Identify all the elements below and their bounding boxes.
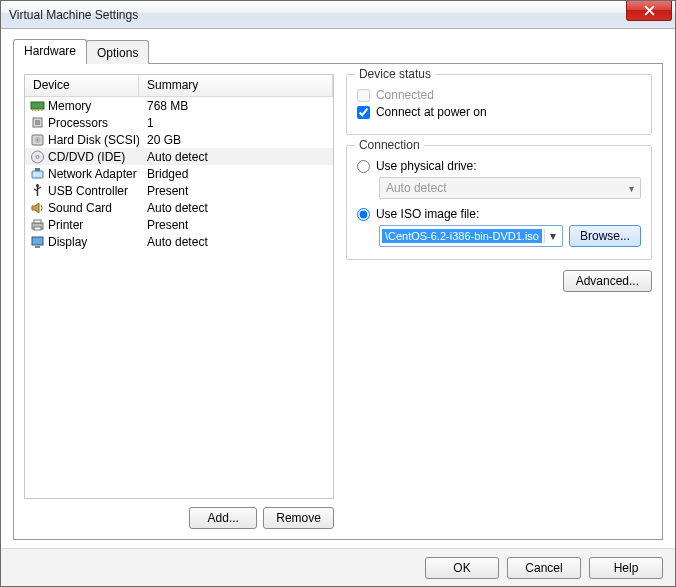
sound-icon [29, 200, 45, 216]
memory-icon [29, 98, 45, 114]
device-row-display[interactable]: DisplayAuto detect [25, 233, 333, 250]
svg-point-11 [36, 156, 39, 159]
cd-icon [29, 149, 45, 165]
device-name: Sound Card [48, 201, 139, 215]
connected-checkbox [357, 89, 370, 102]
vm-settings-window: Virtual Machine Settings Hardware Option… [0, 0, 676, 587]
device-summary: Present [139, 218, 333, 232]
device-status-group: Device status Connected Connect at power… [346, 74, 652, 135]
remove-button[interactable]: Remove [263, 507, 334, 529]
iso-dropdown-icon[interactable]: ▾ [544, 229, 562, 243]
tab-panel-hardware: Device Summary Memory768 MBProcessors1Ha… [13, 63, 663, 540]
svg-rect-1 [32, 109, 34, 111]
device-row-sound[interactable]: Sound CardAuto detect [25, 199, 333, 216]
physical-label[interactable]: Use physical drive: [376, 159, 477, 173]
device-summary: 20 GB [139, 133, 333, 147]
display-icon [29, 234, 45, 250]
tab-strip: Hardware Options [13, 39, 663, 64]
window-title: Virtual Machine Settings [9, 8, 138, 22]
svg-rect-19 [35, 246, 40, 248]
svg-rect-16 [34, 220, 41, 223]
device-row-cd[interactable]: CD/DVD (IDE)Auto detect [25, 148, 333, 165]
printer-icon [29, 217, 45, 233]
hdd-icon [29, 132, 45, 148]
advanced-row: Advanced... [346, 270, 652, 292]
iso-path-text: \CentOS-6.2-i386-bin-DVD1.iso [382, 229, 542, 243]
svg-rect-12 [32, 171, 43, 178]
physical-radio[interactable] [357, 160, 370, 173]
connect-power-label[interactable]: Connect at power on [376, 105, 487, 119]
physical-drive-combo: Auto detect [379, 177, 641, 199]
iso-radio[interactable] [357, 208, 370, 221]
titlebar: Virtual Machine Settings [1, 1, 675, 29]
advanced-button[interactable]: Advanced... [563, 270, 652, 292]
device-summary: Present [139, 184, 333, 198]
svg-rect-6 [35, 120, 40, 125]
iso-label[interactable]: Use ISO image file: [376, 207, 479, 221]
device-row-printer[interactable]: PrinterPresent [25, 216, 333, 233]
iso-sub: \CentOS-6.2-i386-bin-DVD1.iso ▾ Browse..… [379, 225, 641, 247]
svg-rect-3 [38, 109, 40, 111]
svg-rect-0 [31, 102, 44, 109]
help-button[interactable]: Help [589, 557, 663, 579]
physical-row: Use physical drive: [357, 159, 641, 173]
svg-rect-13 [35, 168, 40, 171]
browse-label: Browse... [580, 229, 630, 243]
device-name: Memory [48, 99, 139, 113]
device-name: Display [48, 235, 139, 249]
connected-row: Connected [357, 88, 641, 102]
device-row-cpu[interactable]: Processors1 [25, 114, 333, 131]
connection-title: Connection [355, 138, 424, 152]
svg-rect-18 [32, 237, 43, 245]
iso-row: Use ISO image file: [357, 207, 641, 221]
left-pane: Device Summary Memory768 MBProcessors1Ha… [24, 74, 334, 529]
connected-label: Connected [376, 88, 434, 102]
device-list: Device Summary Memory768 MBProcessors1Ha… [24, 74, 334, 499]
device-summary: Bridged [139, 167, 333, 181]
connect-power-checkbox[interactable] [357, 106, 370, 119]
device-summary: 768 MB [139, 99, 333, 113]
body: Hardware Options Device Summary Memory76… [1, 29, 675, 548]
svg-rect-2 [35, 109, 37, 111]
connect-power-row: Connect at power on [357, 105, 641, 119]
device-name: Network Adapter [48, 167, 139, 181]
col-device[interactable]: Device [25, 75, 139, 96]
right-pane: Device status Connected Connect at power… [346, 74, 652, 529]
close-icon [644, 5, 655, 16]
device-summary: Auto detect [139, 201, 333, 215]
device-name: Hard Disk (SCSI) [48, 133, 139, 147]
device-row-memory[interactable]: Memory768 MB [25, 97, 333, 114]
device-row-usb[interactable]: USB ControllerPresent [25, 182, 333, 199]
device-name: USB Controller [48, 184, 139, 198]
tab-hardware[interactable]: Hardware [13, 39, 87, 64]
cancel-button[interactable]: Cancel [507, 557, 581, 579]
device-summary: Auto detect [139, 235, 333, 249]
device-summary: Auto detect [139, 150, 333, 164]
device-buttons: Add... Remove [24, 507, 334, 529]
ok-button[interactable]: OK [425, 557, 499, 579]
svg-rect-4 [41, 109, 43, 111]
close-button[interactable] [626, 1, 672, 21]
dialog-footer: OK Cancel Help [1, 548, 675, 586]
net-icon [29, 166, 45, 182]
svg-rect-17 [34, 227, 41, 230]
device-name: Printer [48, 218, 139, 232]
connection-group: Connection Use physical drive: Auto dete… [346, 145, 652, 260]
device-list-header: Device Summary [25, 75, 333, 97]
device-name: CD/DVD (IDE) [48, 150, 139, 164]
device-row-hdd[interactable]: Hard Disk (SCSI)20 GB [25, 131, 333, 148]
col-summary[interactable]: Summary [139, 75, 333, 96]
svg-point-9 [36, 139, 38, 141]
device-name: Processors [48, 116, 139, 130]
add-button[interactable]: Add... [189, 507, 257, 529]
tab-options[interactable]: Options [86, 40, 149, 64]
usb-icon [29, 183, 45, 199]
device-summary: 1 [139, 116, 333, 130]
physical-sub: Auto detect [379, 177, 641, 199]
iso-path-combo[interactable]: \CentOS-6.2-i386-bin-DVD1.iso ▾ [379, 225, 563, 247]
cpu-icon [29, 115, 45, 131]
svg-point-14 [36, 184, 39, 187]
browse-button[interactable]: Browse... [569, 225, 641, 247]
device-row-net[interactable]: Network AdapterBridged [25, 165, 333, 182]
device-status-title: Device status [355, 67, 435, 81]
